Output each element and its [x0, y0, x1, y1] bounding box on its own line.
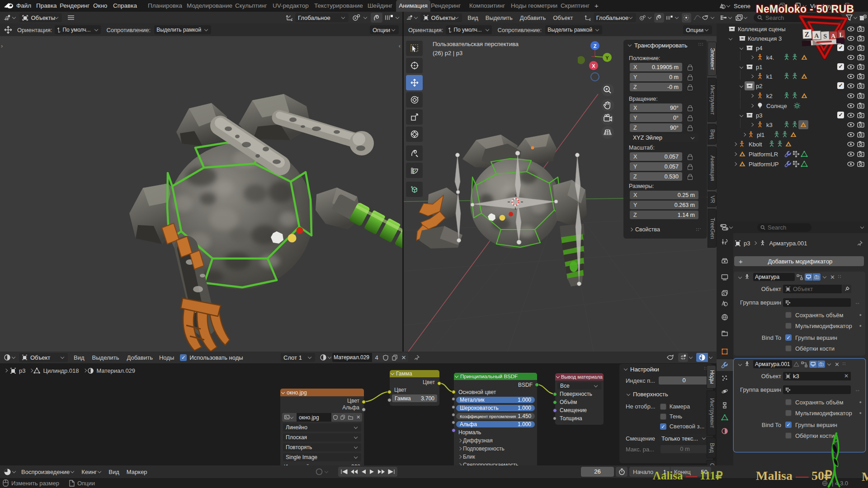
svg-text:Z: Z — [594, 43, 597, 49]
svg-text:Y: Y — [605, 55, 609, 61]
svg-text:A: A — [831, 33, 836, 39]
svg-text:Z: Z — [804, 30, 809, 38]
svg-text:A: A — [814, 32, 820, 39]
svg-text:X: X — [592, 63, 595, 69]
svg-text:S: S — [823, 33, 827, 40]
svg-text:L: L — [839, 31, 844, 38]
